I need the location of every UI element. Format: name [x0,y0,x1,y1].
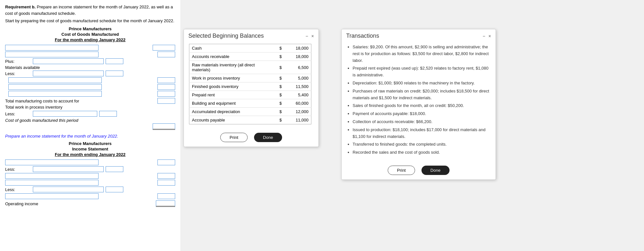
table-row: Work in process inventory $ 5,000 [189,74,311,82]
balance-label: Raw materials inventory (all direct mate… [189,61,277,74]
cogm-total-mfg-value[interactable] [157,98,175,104]
income-row1 [5,159,175,165]
cogm-less-row: Less: [5,71,175,76]
sub-text: Start by preparing the cost of goods man… [5,18,175,23]
income-company: Prince Manufacturers [5,141,175,146]
income-input-4b[interactable] [157,193,175,199]
income-input-1b[interactable] [157,159,175,165]
cogm-input-1b[interactable] [153,45,175,51]
cogm-period: For the month ending January 2022 [5,37,175,42]
cogm-less-input[interactable] [33,71,104,76]
income-input-3b[interactable] [157,180,175,186]
income-period: For the month ending January 2022 [5,152,175,157]
transactions-close-btn[interactable]: × [488,34,491,39]
cogm-row2 [5,52,175,57]
balance-label: Building and equipment [189,99,277,108]
balance-sym: $ [277,53,284,61]
balances-close-btn[interactable]: × [311,34,314,39]
transactions-print-btn[interactable]: Print [388,166,415,175]
cogm-plus-input[interactable] [33,58,104,64]
transactions-modal-header: Transactions − × [342,29,496,41]
income-less1-value[interactable] [106,166,123,172]
transactions-modal-controls: − × [483,34,491,39]
table-row: Accounts receivable $ 18,000 [189,53,311,61]
balance-sym: $ [277,99,284,108]
cogm-less2-input[interactable] [33,111,97,117]
cogm-less-value[interactable] [106,71,123,76]
cogm-total-mfg-label: Total manufacturing costs to account for [5,99,79,103]
balances-table: Cash $ 18,000 Accounts receivable $ 18,0… [189,44,311,124]
cogm-input-2a[interactable] [5,52,99,57]
cogm-sub-row2 [5,84,175,90]
balance-value: 18,000 [284,44,311,53]
income-input-1a[interactable] [5,159,99,165]
cogm-sub-2a[interactable] [8,84,102,90]
income-input-2a[interactable] [5,173,99,179]
cogm-sub-2b[interactable] [157,84,175,90]
table-row: Accumulated depreciation $ 12,000 [189,108,311,116]
balances-modal-header: Selected Beginning Balances − × [184,29,318,41]
balances-done-btn[interactable]: Done [254,133,282,142]
balances-minimize-btn[interactable]: − [306,34,308,39]
transactions-done-btn[interactable]: Done [421,166,450,175]
transactions-modal: Transactions − × Salaries: $9,200. Of th… [341,29,496,180]
cogm-title: Cost of Goods Manufactured [5,32,175,37]
cogm-sub-3a[interactable] [8,91,102,97]
table-row: Finished goods inventory $ 11,500 [189,82,311,91]
table-row: Accounts payable $ 11,000 [189,116,311,124]
balance-label: Cash [189,44,277,53]
list-item: Payment of accounts payable: $18,000. [353,111,490,117]
cogm-input-1a[interactable] [5,45,99,51]
income-operating-row: Operating income [5,200,175,207]
balance-sym: $ [277,74,284,82]
income-row2 [5,173,175,179]
balance-value: 18,000 [284,53,311,61]
prep-text: Prepare an income statement for the mont… [5,134,175,139]
cogm-section: Prince Manufacturers Cost of Goods Manuf… [5,26,175,130]
income-input-2b[interactable] [157,173,175,179]
income-less2-value[interactable] [106,187,123,192]
balance-label: Accumulated depreciation [189,108,277,116]
cogm-input-2b[interactable] [157,52,175,57]
income-operating-label: Operating income [5,201,38,206]
balance-value: 60,000 [284,99,311,108]
table-row: Building and equipment $ 60,000 [189,99,311,108]
cogm-sub-3b[interactable] [157,91,175,97]
list-item: Transferred to finished goods: the compl… [353,141,490,148]
list-item: Sales of finished goods for the month, a… [353,102,490,109]
list-item: Salaries: $9,200. Of this amount, $2,900… [353,44,490,64]
balance-value: 12,000 [284,108,311,116]
table-row: Cash $ 18,000 [189,44,311,53]
cogm-final-value[interactable] [153,123,175,130]
income-less2-row: Less: [5,187,175,192]
list-item: Purchases of raw materials on credit: $2… [353,88,490,101]
balance-sym: $ [277,108,284,116]
table-row: Raw materials inventory (all direct mate… [189,61,311,74]
income-row4 [5,193,175,199]
list-item: Recorded the sales and the cost of goods… [353,149,490,156]
cogm-plus-row: Plus: [5,58,175,64]
income-less2-input[interactable] [33,187,104,192]
balance-label: Accounts payable [189,116,277,124]
balance-value: 6,500 [284,61,311,74]
cogm-less-label: Less: [5,71,31,76]
table-row: Prepaid rent $ 5,400 [189,91,311,99]
income-input-3a[interactable] [5,180,99,186]
balances-print-btn[interactable]: Print [220,133,248,142]
cogm-less2-value[interactable] [99,111,117,117]
cogm-less2-label: Less: [5,111,31,116]
income-less1-input[interactable] [33,166,104,172]
income-operating-value[interactable] [156,200,175,207]
income-row3 [5,180,175,186]
transactions-minimize-btn[interactable]: − [483,34,485,39]
cogm-sub-1a[interactable] [8,77,102,83]
cogm-plus-label: Plus: [5,59,31,64]
cogm-less2-row: Less: [5,111,175,117]
balance-label: Accounts receivable [189,53,277,61]
balances-modal-title: Selected Beginning Balances [188,33,264,39]
income-input-4a[interactable] [5,193,99,199]
cogm-sub-1b[interactable] [157,77,175,83]
list-item: Depreciation: $1,000; $900 relates to th… [353,80,490,87]
list-item: Collection of accounts receivable: $66,2… [353,119,490,125]
cogm-plus-value[interactable] [106,58,123,64]
